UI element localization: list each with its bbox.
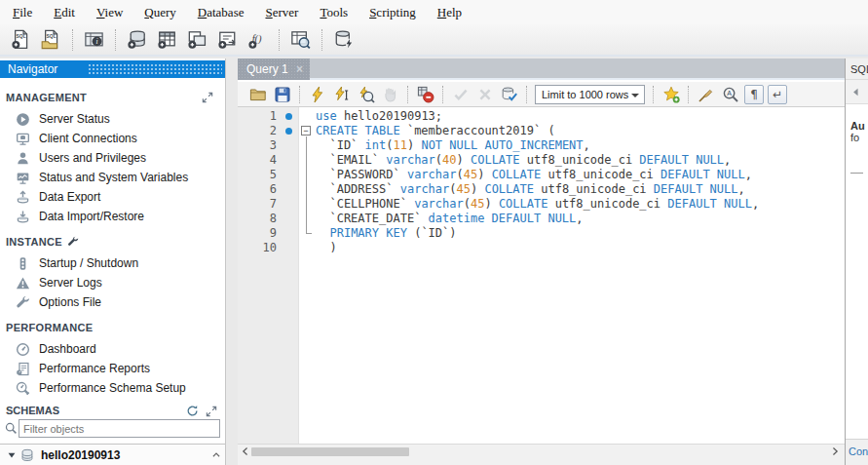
create-view-button[interactable] <box>184 26 210 53</box>
stop-error-icon <box>417 86 434 103</box>
fold-collapse-icon[interactable]: − <box>301 126 311 136</box>
sidebar-item-data-export[interactable]: Data Export <box>0 187 225 207</box>
sidebar-item-performance-schema-setup[interactable]: Performance Schema Setup <box>0 378 225 398</box>
sidebar-item-label: Users and Privileges <box>39 151 146 165</box>
code-line: 1use hello20190913; <box>238 109 845 124</box>
sidebar-item-label: Performance Schema Setup <box>39 381 186 395</box>
sidebar-item-client-connections[interactable]: Client Connections <box>0 129 225 148</box>
query-tab-label: Query 1 <box>246 62 288 76</box>
save-script-button[interactable] <box>271 83 293 105</box>
toolbar-separator <box>279 29 280 51</box>
context-help-text-fragment: Au <box>850 120 868 132</box>
gutter-marker-cell <box>277 226 299 241</box>
sidebar-item-server-logs[interactable]: Server Logs <box>0 273 225 292</box>
editor-bottom-strip <box>238 458 845 465</box>
menu-item-edit[interactable]: Edit <box>43 0 86 24</box>
expand-panel-icon[interactable] <box>202 92 213 103</box>
toggle-invisibles-button[interactable]: ¶ <box>744 85 764 104</box>
menu-bar: FileEditViewQueryDatabaseServerToolsScri… <box>0 0 868 24</box>
sidebar-item-startup-shutdown[interactable]: Startup / Shutdown <box>0 253 225 273</box>
beautify-button[interactable] <box>695 83 717 105</box>
line-number: 5 <box>238 168 277 182</box>
sidebar-item-server-status[interactable]: Server Status <box>0 109 225 129</box>
doc-plus-icon: SQL <box>11 29 31 50</box>
menu-item-scripting[interactable]: Scripting <box>359 0 427 24</box>
sql-additions-tab[interactable]: SQL <box>846 58 868 80</box>
toggle-stop-on-error-button[interactable] <box>414 83 436 105</box>
menu-item-tools[interactable]: Tools <box>309 0 359 24</box>
sidebar-item-data-import-restore[interactable]: Data Import/Restore <box>0 207 225 226</box>
scroll-up-icon[interactable] <box>211 450 221 460</box>
context-help-bottom-tab[interactable]: Con <box>846 439 868 465</box>
svg-text:A: A <box>727 90 732 97</box>
fold-column <box>299 182 316 197</box>
create-function-button[interactable]: f() <box>245 26 271 53</box>
server-logs-icon <box>16 276 30 291</box>
create-schema-button[interactable] <box>124 26 150 53</box>
data-import-restore-icon <box>16 210 30 224</box>
limit-rows-dropdown[interactable]: Limit to 1000 rows <box>535 85 645 104</box>
sidebar-item-options-file[interactable]: Options File <box>0 292 225 312</box>
scroll-left-icon[interactable] <box>241 446 250 456</box>
find-button[interactable]: A <box>719 83 741 105</box>
section-title: MANAGEMENT <box>6 92 87 103</box>
navigator-title-bar[interactable]: Navigator <box>0 60 225 78</box>
menu-item-server[interactable]: Server <box>254 0 309 24</box>
scrollbar-thumb[interactable] <box>251 447 409 456</box>
floppy-icon <box>274 86 291 103</box>
line-number: 10 <box>238 241 277 255</box>
save-snippet-button[interactable] <box>660 83 682 105</box>
query-tab[interactable]: Query 1 × <box>238 58 310 80</box>
scroll-right-icon[interactable] <box>830 446 840 456</box>
refresh-schemas-icon[interactable] <box>186 405 199 417</box>
toggle-wrap-button[interactable]: ↵ <box>768 85 787 104</box>
menu-item-help[interactable]: Help <box>427 0 472 24</box>
sidebar-item-dashboard[interactable]: Dashboard <box>0 339 225 359</box>
search-data-button[interactable] <box>287 26 314 53</box>
horizontal-scrollbar[interactable] <box>238 444 845 458</box>
view-plus-icon <box>187 29 208 50</box>
new-query-tab-button[interactable]: SQL <box>8 26 34 53</box>
startup-shutdown-icon <box>16 256 30 271</box>
sql-editor-toolbar: Limit to 1000 rowsA¶↵ <box>238 82 845 107</box>
toolbar-separator <box>299 86 300 103</box>
code-text: `CREATE_DATE` datetime DEFAULT NULL, <box>316 212 584 226</box>
fold-column <box>299 212 316 226</box>
close-tab-icon[interactable]: × <box>296 58 303 80</box>
execute-button[interactable] <box>306 83 328 105</box>
fold-line <box>306 153 307 168</box>
toolbar-separator <box>321 29 322 51</box>
explain-button[interactable] <box>355 83 377 105</box>
commit-button <box>449 83 472 105</box>
toggle-autocommit-button[interactable] <box>498 83 520 105</box>
open-script-button[interactable] <box>246 83 269 105</box>
db-bolt-icon <box>333 29 354 50</box>
create-procedure-button[interactable] <box>214 26 241 53</box>
execute-current-button[interactable] <box>330 83 353 105</box>
open-sql-file-button[interactable]: SQL <box>38 26 64 53</box>
toolbar-separator <box>72 29 73 51</box>
menu-item-database[interactable]: Database <box>187 0 255 24</box>
code-text: `ID` int(11) NOT NULL AUTO_INCREMENT, <box>316 138 590 153</box>
inspector-button[interactable]: i <box>81 26 107 53</box>
sidebar-item-users-privileges[interactable]: Users and Privileges <box>0 148 225 168</box>
sidebar-item-performance-reports[interactable]: Performance Reports <box>0 359 225 378</box>
expand-schemas-panel-icon[interactable] <box>206 405 217 417</box>
code-editor[interactable]: 1use hello20190913;2−CREATE TABLE `membe… <box>238 107 845 444</box>
server-status-icon <box>16 112 30 127</box>
expand-arrow-icon[interactable] <box>7 450 17 460</box>
create-table-button[interactable] <box>154 26 180 53</box>
menu-item-query[interactable]: Query <box>133 0 187 24</box>
context-help-back-icon[interactable] <box>850 87 861 97</box>
menu-item-view[interactable]: View <box>86 0 133 24</box>
reconnect-db-button[interactable] <box>330 26 357 53</box>
schema-filter-input[interactable] <box>19 419 220 438</box>
sidebar-item-status-system-variables[interactable]: Status and System Variables <box>0 168 225 187</box>
content-divider <box>850 173 863 174</box>
schema-tree-item[interactable]: hello20190913 <box>0 444 225 465</box>
panel-splitter[interactable] <box>226 58 238 465</box>
instance-wrench-icon[interactable] <box>67 236 79 248</box>
schemas-header: SCHEMAS <box>0 402 225 418</box>
menu-item-file[interactable]: File <box>2 0 43 24</box>
code-line: 3 `ID` int(11) NOT NULL AUTO_INCREMENT, <box>238 138 845 153</box>
